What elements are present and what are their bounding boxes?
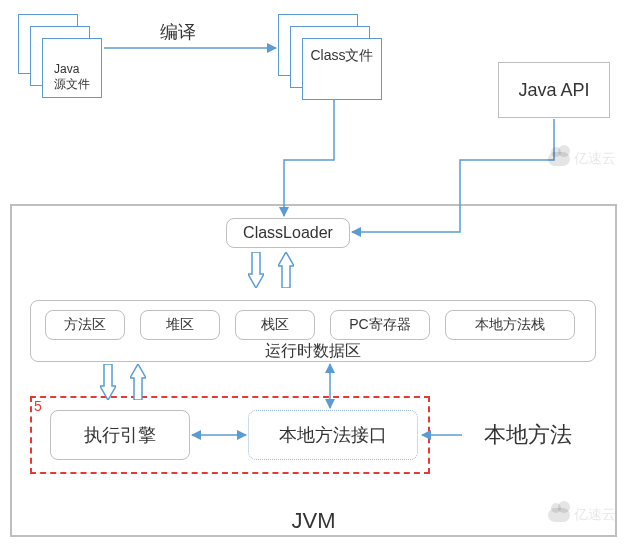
classloader-box: ClassLoader	[226, 218, 350, 248]
watermark-text: 亿速云	[574, 506, 616, 524]
stack-text: 栈区	[261, 316, 289, 334]
jvm-label: JVM	[10, 508, 617, 534]
exec-engine-box: 执行引擎	[50, 410, 190, 460]
java-source-text: Java 源文件	[54, 62, 90, 91]
compile-label: 编译	[148, 20, 208, 44]
native-method-label: 本地方法	[468, 418, 588, 452]
exec-engine-text: 执行引擎	[84, 423, 156, 447]
hollow-arrow-down-icon	[248, 252, 264, 288]
jvm-text: JVM	[292, 508, 336, 534]
java-api-box: Java API	[498, 62, 610, 118]
native-iface-text: 本地方法接口	[279, 423, 387, 447]
heap-text: 堆区	[166, 316, 194, 334]
method-area-box: 方法区	[45, 310, 125, 340]
hollow-arrow-down-icon	[100, 364, 116, 400]
runtime-area-label: 运行时数据区	[30, 340, 596, 362]
classloader-text: ClassLoader	[243, 224, 333, 242]
runtime-area-text: 运行时数据区	[265, 341, 361, 362]
cloud-icon	[548, 152, 570, 166]
heap-box: 堆区	[140, 310, 220, 340]
java-api-text: Java API	[518, 80, 589, 101]
method-area-text: 方法区	[64, 316, 106, 334]
highlight-number: 5	[34, 398, 42, 414]
watermark: 亿速云	[548, 506, 616, 524]
java-source-label: Java 源文件	[42, 38, 102, 98]
pc-register-text: PC寄存器	[349, 316, 410, 334]
arrow-classfile-to-classloader	[284, 100, 334, 216]
compile-text: 编译	[160, 20, 196, 44]
native-method-text: 本地方法	[484, 420, 572, 450]
watermark-text: 亿速云	[574, 150, 616, 168]
class-file-text: Class文件	[310, 47, 373, 64]
highlight-number-text: 5	[34, 398, 42, 414]
native-iface-box: 本地方法接口	[248, 410, 418, 460]
cloud-icon	[548, 508, 570, 522]
stack-box: 栈区	[235, 310, 315, 340]
watermark: 亿速云	[548, 150, 616, 168]
class-file-label-box: Class文件	[302, 38, 382, 100]
native-stack-box: 本地方法栈	[445, 310, 575, 340]
pc-register-box: PC寄存器	[330, 310, 430, 340]
native-stack-text: 本地方法栈	[475, 316, 545, 334]
hollow-arrow-up-icon	[278, 252, 294, 288]
hollow-arrow-up-icon	[130, 364, 146, 400]
